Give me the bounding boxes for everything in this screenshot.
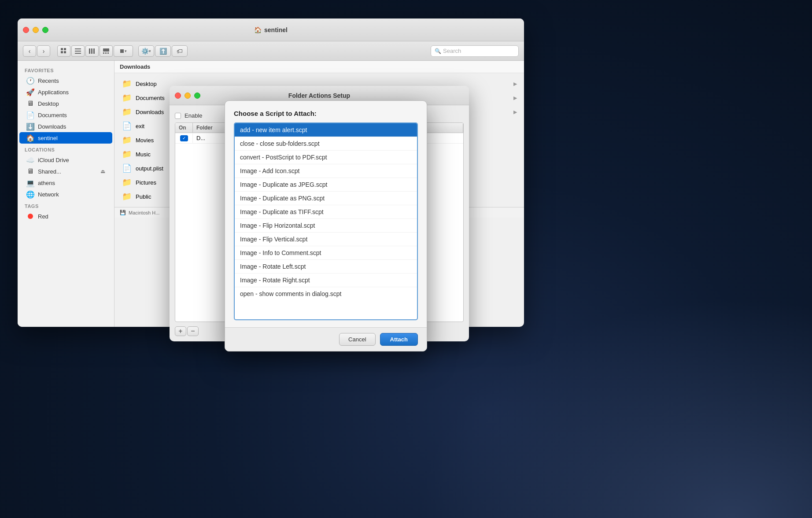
file-name: exit — [136, 123, 144, 130]
sidebar-item-icloud[interactable]: ☁️ iCloud Drive — [19, 154, 112, 166]
attach-button[interactable]: Attach — [380, 333, 418, 346]
sidebar-item-applications[interactable]: 🚀 Applications — [19, 86, 112, 98]
sentinel-icon: 🏠 — [26, 134, 34, 142]
folder-icon: 📁 — [122, 92, 132, 103]
svg-rect-12 — [105, 52, 107, 54]
add-folder-button[interactable]: + — [175, 326, 186, 336]
sidebar-item-red-tag[interactable]: Red — [19, 211, 112, 222]
script-item-10[interactable]: Image - Rotate Left.scpt — [235, 260, 417, 274]
script-item-0[interactable]: add - new item alert.scpt — [235, 123, 417, 137]
svg-rect-14 — [120, 49, 124, 53]
folder-icon: 📁 — [122, 78, 132, 89]
script-item-9[interactable]: Image - Info to Comment.scpt — [235, 246, 417, 260]
column-view-button[interactable] — [85, 45, 99, 57]
tags-header: Tags — [18, 200, 114, 211]
title-icon: 🏠 — [254, 26, 262, 33]
locations-header: Locations — [18, 144, 114, 154]
view-options-button[interactable]: ▾ — [114, 45, 133, 57]
script-dialog-body: Choose a Script to Attach: add - new ite… — [225, 101, 427, 327]
sidebar-item-sentinel[interactable]: 🏠 sentinel — [19, 132, 112, 144]
script-item-8[interactable]: Image - Flip Vertical.scpt — [235, 233, 417, 246]
svg-rect-1 — [64, 48, 66, 50]
finder-toolbar: ‹ › — [18, 41, 524, 61]
tag-icon: 🏷 — [177, 48, 183, 55]
minimize-button[interactable] — [33, 27, 39, 33]
title-text: sentinel — [264, 26, 288, 33]
share-button[interactable]: ⬆️ — [155, 45, 171, 57]
sidebar-item-recents[interactable]: 🕐 Recents — [19, 75, 112, 86]
script-item-7[interactable]: Image - Flip Horizontal.scpt — [235, 219, 417, 233]
script-item-5[interactable]: Image - Duplicate as PNG.scpt — [235, 192, 417, 205]
script-item-3[interactable]: Image - Add Icon.scpt — [235, 164, 417, 178]
sidebar: Favorites 🕐 Recents 🚀 Applications 🖥 Des… — [18, 61, 114, 327]
applications-icon: 🚀 — [26, 88, 34, 96]
cancel-button[interactable]: Cancel — [339, 333, 375, 346]
arrow-icon: ▶ — [513, 95, 517, 101]
gallery-view-button[interactable] — [100, 45, 113, 57]
window-controls — [23, 27, 48, 33]
applications-label: Applications — [38, 89, 69, 96]
athens-icon: 💻 — [26, 179, 34, 187]
finder-title: 🏠 sentinel — [254, 26, 288, 33]
favorites-header: Favorites — [18, 64, 114, 75]
script-item-11[interactable]: Image - Rotate Right.scpt — [235, 274, 417, 287]
list-view-button[interactable] — [71, 45, 85, 57]
network-icon: 🌐 — [26, 190, 34, 198]
sidebar-item-athens[interactable]: 💻 athens — [19, 177, 112, 189]
svg-rect-3 — [64, 51, 66, 53]
sidebar-item-downloads[interactable]: ⬇️ Downloads — [19, 121, 112, 132]
sidebar-item-network[interactable]: 🌐 Network — [19, 189, 112, 200]
search-bar[interactable]: 🔍 Search — [431, 45, 519, 57]
sidebar-item-documents[interactable]: 📄 Documents — [19, 109, 112, 121]
dialog-bg-close-button[interactable] — [175, 92, 181, 99]
sidebar-item-desktop[interactable]: 🖥 Desktop — [19, 98, 112, 109]
svg-rect-11 — [103, 52, 104, 54]
svg-rect-2 — [61, 51, 63, 53]
icloud-icon: ☁️ — [26, 156, 34, 164]
search-placeholder: Search — [443, 48, 461, 54]
folder-icon: 📁 — [122, 191, 132, 202]
script-item-1[interactable]: close - close sub-folders.scpt — [235, 137, 417, 151]
dialog-bg-maximize-button[interactable] — [194, 92, 200, 99]
tag-button[interactable]: 🏷 — [172, 45, 188, 57]
script-item-12[interactable]: open - show comments in dialog.scpt — [235, 287, 417, 300]
background-dune — [416, 298, 812, 518]
script-item-4[interactable]: Image - Duplicate as JPEG.scpt — [235, 178, 417, 192]
maximize-button[interactable] — [42, 27, 48, 33]
script-item-2[interactable]: convert - PostScript to PDF.scpt — [235, 151, 417, 164]
breadcrumb: Downloads — [114, 61, 524, 73]
sidebar-item-shared[interactable]: 🖥 Shared... ⏏ — [19, 166, 112, 177]
dialog-bg-minimize-button[interactable] — [185, 92, 191, 99]
icloud-label: iCloud Drive — [38, 157, 69, 163]
choose-script-label: Choose a Script to Attach: — [234, 110, 418, 117]
gear-button[interactable]: ⚙️ ▾ — [138, 45, 154, 57]
documents-label: Documents — [38, 112, 67, 118]
file-name: Public — [136, 193, 151, 200]
forward-button[interactable]: › — [37, 45, 50, 57]
file-name: Downloads — [136, 109, 164, 115]
eject-icon[interactable]: ⏏ — [100, 168, 105, 174]
add-remove-buttons: + − — [175, 326, 199, 336]
checked-checkbox[interactable]: ✓ — [180, 135, 188, 141]
recents-icon: 🕐 — [26, 77, 34, 85]
enable-checkbox[interactable] — [175, 113, 181, 119]
file-icon: 📄 — [122, 121, 132, 131]
remove-folder-button[interactable]: − — [187, 326, 199, 336]
finder-titlebar: 🏠 sentinel — [18, 18, 524, 41]
icon-view-button[interactable] — [57, 45, 70, 57]
folder-icon: 📁 — [122, 149, 132, 159]
close-button[interactable] — [23, 27, 29, 33]
file-name: Documents — [136, 95, 165, 101]
downloads-label: Downloads — [38, 123, 66, 130]
svg-rect-8 — [91, 48, 92, 54]
script-list[interactable]: add - new item alert.scpt close - close … — [234, 122, 418, 320]
downloads-icon: ⬇️ — [26, 122, 34, 130]
drive-label: Macintosh H... — [129, 210, 159, 215]
documents-icon: 📄 — [26, 111, 34, 119]
script-item-6[interactable]: Image - Duplicate as TIFF.scpt — [235, 205, 417, 219]
script-dialog-footer: Cancel Attach — [225, 327, 427, 351]
file-name: Movies — [136, 137, 154, 144]
back-button[interactable]: ‹ — [23, 45, 36, 57]
arrow-icon: ▶ — [513, 109, 517, 115]
svg-rect-4 — [75, 48, 81, 49]
